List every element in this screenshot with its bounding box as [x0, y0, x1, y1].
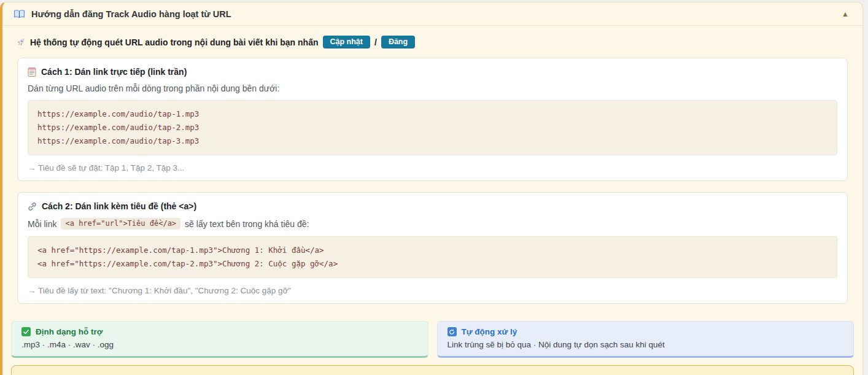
- code-line: https://example.com/audio/tap-2.mp3: [37, 121, 827, 134]
- supported-formats-heading-row: Định dạng hỗ trợ: [21, 327, 418, 336]
- button-separator: /: [374, 37, 377, 47]
- auto-processing-text: Link trùng sẽ bị bỏ qua · Nội dung tự dọ…: [448, 340, 844, 349]
- auto-processing-card: Tự động xử lý Link trùng sẽ bị bỏ qua · …: [437, 321, 854, 358]
- method1-heading: Cách 1: Dán link trực tiếp (link trần): [41, 67, 187, 77]
- method1-code-block: https://example.com/audio/tap-1.mp3 http…: [28, 100, 837, 155]
- method2-description-prefix: Mỗi link: [28, 219, 56, 229]
- supported-formats-text: .mp3 · .m4a · .wav · .ogg: [21, 340, 418, 349]
- info-row: Định dạng hỗ trợ .mp3 · .m4a · .wav · .o…: [11, 321, 854, 358]
- update-button-badge: Cập nhật: [323, 36, 370, 48]
- check-icon: [21, 327, 31, 336]
- intro-text: Hệ thống tự động quét URL audio trong nộ…: [30, 37, 319, 47]
- method1-description: Dán từng URL audio trên mỗi dòng trong p…: [28, 83, 837, 93]
- method2-card: Cách 2: Dán link kèm tiêu đề (thẻ <a>) M…: [17, 192, 848, 304]
- method1-heading-row: Cách 1: Dán link trực tiếp (link trần): [28, 67, 837, 77]
- code-line: https://example.com/audio/tap-3.mp3: [37, 134, 827, 148]
- panel-title: Hướng dẫn đăng Track Audio hàng loạt từ …: [31, 9, 835, 19]
- auto-processing-heading-row: Tự động xử lý: [448, 327, 844, 336]
- method2-description-suffix: sẽ lấy text bên trong khá tiêu đề:: [185, 219, 309, 229]
- panel-body: Hệ thống tự động quét URL audio trong nộ…: [2, 26, 862, 375]
- method2-description: Mỗi link <a href="url">Tiêu đề</a> sẽ lấ…: [28, 218, 837, 230]
- code-line: <a href="https://example.com/tap-1.mp3">…: [37, 244, 827, 257]
- auto-processing-heading: Tự động xử lý: [462, 327, 517, 336]
- supported-formats-card: Định dạng hỗ trợ .mp3 · .m4a · .wav · .o…: [11, 321, 428, 358]
- method1-card: Cách 1: Dán link trực tiếp (link trần) D…: [17, 58, 848, 181]
- book-icon: [14, 9, 25, 19]
- publish-button-badge: Đăng: [381, 36, 415, 48]
- method2-inline-code: <a href="url">Tiêu đề</a>: [61, 218, 180, 230]
- panel-header[interactable]: Hướng dẫn đăng Track Audio hàng loạt từ …: [2, 2, 862, 26]
- method2-code-block: <a href="https://example.com/tap-1.mp3">…: [28, 236, 837, 278]
- method2-heading-row: Cách 2: Dán link kèm tiêu đề (thẻ <a>): [28, 201, 837, 211]
- page-background: Hướng dẫn đăng Track Audio hàng loạt từ …: [0, 0, 868, 375]
- instructions-panel: Hướng dẫn đăng Track Audio hàng loạt từ …: [0, 2, 863, 375]
- warning-note: Lưu ý: Link đã tồn tại trong danh sách t…: [11, 365, 854, 375]
- method2-tip: → Tiêu đề lấy từ text: "Chương 1: Khởi đ…: [28, 286, 837, 295]
- memo-icon: [28, 68, 36, 77]
- rocket-icon: [16, 37, 26, 47]
- supported-formats-heading: Định dạng hỗ trợ: [36, 327, 103, 336]
- code-line: https://example.com/audio/tap-1.mp3: [37, 107, 827, 121]
- refresh-icon: [448, 327, 457, 336]
- link-icon: [28, 202, 37, 211]
- collapse-arrow-icon[interactable]: ▲: [842, 10, 849, 18]
- method2-heading: Cách 2: Dán link kèm tiêu đề (thẻ <a>): [42, 201, 196, 211]
- code-line: <a href="https://example.com/tap-2.mp3">…: [37, 257, 827, 271]
- method1-tip: → Tiêu đề sẽ tự đặt: Tập 1, Tập 2, Tập 3…: [28, 163, 837, 172]
- intro-line: Hệ thống tự động quét URL audio trong nộ…: [16, 36, 850, 48]
